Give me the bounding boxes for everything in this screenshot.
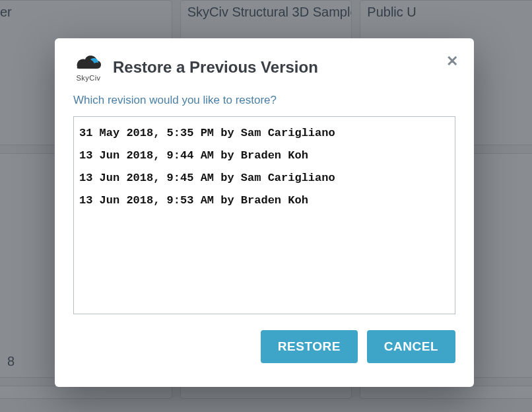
skyciv-logo: SkyCiv: [73, 53, 104, 82]
skyciv-logo-icon: [73, 53, 104, 73]
close-button[interactable]: ✕: [446, 54, 458, 69]
close-icon: ✕: [446, 53, 458, 69]
skyciv-logo-text: SkyCiv: [76, 74, 100, 82]
modal-subtitle: Which revision would you like to restore…: [73, 94, 455, 107]
revision-list[interactable]: 31 May 2018, 5:35 PM by Sam Carigliano 1…: [73, 116, 455, 314]
revision-item[interactable]: 13 Jun 2018, 9:44 AM by Braden Koh: [78, 145, 451, 167]
modal-actions: RESTORE CANCEL: [73, 330, 455, 363]
restore-button[interactable]: RESTORE: [261, 330, 358, 363]
cancel-button[interactable]: CANCEL: [367, 330, 455, 363]
modal-title: Restore a Previous Version: [113, 58, 318, 77]
revision-item[interactable]: 31 May 2018, 5:35 PM by Sam Carigliano: [78, 122, 451, 145]
modal-header: SkyCiv Restore a Previous Version ✕: [73, 53, 455, 82]
revision-item[interactable]: 13 Jun 2018, 9:45 AM by Sam Carigliano: [78, 167, 451, 189]
restore-version-modal: SkyCiv Restore a Previous Version ✕ Whic…: [55, 38, 474, 387]
revision-item[interactable]: 13 Jun 2018, 9:53 AM by Braden Koh: [78, 189, 451, 212]
